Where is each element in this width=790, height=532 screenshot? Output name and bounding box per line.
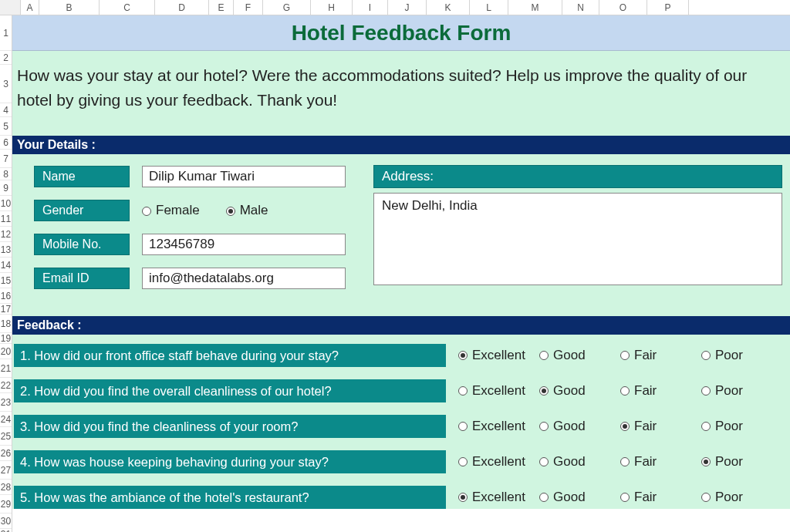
rating-excellent-option[interactable]: Excellent <box>458 454 539 470</box>
rating-fair-label: Fair <box>634 383 657 399</box>
rating-good-option[interactable]: Good <box>539 383 620 399</box>
row-header-28[interactable]: 28 <box>0 480 12 495</box>
column-header-c[interactable]: C <box>100 0 155 15</box>
row-header-13[interactable]: 13 <box>0 242 12 258</box>
mobile-label: Mobile No. <box>34 234 130 255</box>
rating-excellent-label: Excellent <box>472 419 525 434</box>
rating-good-option[interactable]: Good <box>539 490 620 505</box>
row-header-15[interactable]: 15 <box>0 273 12 288</box>
feedback-panel: 1. How did our front office staff behave… <box>12 335 790 509</box>
row-header-12[interactable]: 12 <box>0 227 12 242</box>
row-header-4[interactable]: 4 <box>0 103 12 117</box>
select-all-corner[interactable] <box>0 0 21 15</box>
row-header-22[interactable]: 22 <box>0 378 12 393</box>
radio-icon <box>620 351 630 360</box>
row-header-6[interactable]: 6 <box>0 136 12 150</box>
column-header-j[interactable]: J <box>388 0 427 15</box>
rating-excellent-option[interactable]: Excellent <box>458 490 539 505</box>
address-input[interactable]: New Delhi, India <box>373 193 782 285</box>
row-header-10[interactable]: 10 <box>0 196 12 211</box>
row-header-14[interactable]: 14 <box>0 258 12 273</box>
rating-fair-option[interactable]: Fair <box>620 454 701 470</box>
radio-icon <box>458 386 468 396</box>
row-header-25[interactable]: 25 <box>0 427 12 446</box>
email-input[interactable]: info@thedatalabs.org <box>142 268 346 289</box>
column-header-d[interactable]: D <box>155 0 209 15</box>
column-header-b[interactable]: B <box>39 0 100 15</box>
row-header-1[interactable]: 1 <box>0 15 12 51</box>
rating-fair-option[interactable]: Fair <box>620 490 701 505</box>
row-header-31[interactable]: 31 <box>0 529 12 532</box>
question-4: 4. How was house keeping behaving during… <box>14 450 446 473</box>
rating-fair-option[interactable]: Fair <box>620 348 701 363</box>
radio-icon <box>701 422 711 431</box>
column-header-n[interactable]: N <box>562 0 599 15</box>
rating-fair-option[interactable]: Fair <box>620 383 701 399</box>
column-header-h[interactable]: H <box>311 0 353 15</box>
row-header-3[interactable]: 3 <box>0 65 12 103</box>
row-header-8[interactable]: 8 <box>0 168 12 180</box>
rating-poor-label: Poor <box>715 419 743 434</box>
rating-good-label: Good <box>553 419 586 434</box>
column-header-l[interactable]: L <box>470 0 508 15</box>
row-header-27[interactable]: 27 <box>0 461 12 480</box>
rating-excellent-option[interactable]: Excellent <box>458 419 539 434</box>
column-header-e[interactable]: E <box>209 0 234 15</box>
gender-female-option[interactable]: Female <box>142 203 200 218</box>
row-header-23[interactable]: 23 <box>0 393 12 412</box>
rating-poor-option[interactable]: Poor <box>701 419 782 434</box>
gender-male-label: Male <box>240 203 268 217</box>
rating-poor-option[interactable]: Poor <box>701 490 782 505</box>
gender-male-option[interactable]: Male <box>226 203 268 218</box>
rating-excellent-label: Excellent <box>472 348 525 363</box>
rating-poor-option[interactable]: Poor <box>701 383 782 399</box>
row-header-11[interactable]: 11 <box>0 211 12 227</box>
rating-excellent-option[interactable]: Excellent <box>458 348 539 363</box>
column-header-o[interactable]: O <box>599 0 647 15</box>
rating-poor-option[interactable]: Poor <box>701 454 782 470</box>
row-headers: 1234567891011121314151617181920212223242… <box>0 15 12 532</box>
column-header-i[interactable]: I <box>353 0 388 15</box>
rating-good-option[interactable]: Good <box>539 348 620 363</box>
name-input[interactable]: Dilip Kumar Tiwari <box>142 166 346 187</box>
row-header-30[interactable]: 30 <box>0 513 12 529</box>
row-header-16[interactable]: 16 <box>0 288 12 304</box>
row-header-21[interactable]: 21 <box>0 359 12 378</box>
radio-icon <box>458 493 468 502</box>
section-feedback: Feedback : <box>12 316 790 335</box>
rating-poor-label: Poor <box>715 490 743 505</box>
column-header-p[interactable]: P <box>647 0 689 15</box>
rating-excellent-label: Excellent <box>472 454 525 470</box>
row-header-24[interactable]: 24 <box>0 412 12 427</box>
column-header-m[interactable]: M <box>508 0 562 15</box>
row-header-2[interactable]: 2 <box>0 51 12 65</box>
radio-icon <box>539 386 549 396</box>
row-header-9[interactable]: 9 <box>0 180 12 196</box>
row-header-20[interactable]: 20 <box>0 344 12 359</box>
column-header-k[interactable]: K <box>427 0 470 15</box>
row-header-26[interactable]: 26 <box>0 446 12 461</box>
column-header-f[interactable]: F <box>234 0 263 15</box>
radio-icon <box>458 422 468 431</box>
radio-icon <box>701 351 711 360</box>
column-header-a[interactable]: A <box>21 0 39 15</box>
rating-excellent-option[interactable]: Excellent <box>458 383 539 399</box>
row-header-29[interactable]: 29 <box>0 495 12 513</box>
row-header-7[interactable]: 7 <box>0 150 12 168</box>
radio-icon <box>620 386 630 396</box>
intro-text: How was your stay at our hotel? Were the… <box>17 63 785 112</box>
rating-fair-label: Fair <box>634 454 657 470</box>
row-header-19[interactable]: 19 <box>0 333 12 344</box>
radio-icon <box>701 493 711 502</box>
rating-good-option[interactable]: Good <box>539 454 620 470</box>
column-header-g[interactable]: G <box>263 0 311 15</box>
row-header-18[interactable]: 18 <box>0 315 12 333</box>
rating-good-option[interactable]: Good <box>539 419 620 434</box>
mobile-input[interactable]: 123456789 <box>142 234 346 255</box>
feedback-row-1: 1. How did our front office staff behave… <box>14 344 782 367</box>
radio-icon <box>701 386 711 396</box>
rating-poor-option[interactable]: Poor <box>701 348 782 363</box>
row-header-17[interactable]: 17 <box>0 304 12 315</box>
rating-fair-option[interactable]: Fair <box>620 419 701 434</box>
row-header-5[interactable]: 5 <box>0 117 12 136</box>
